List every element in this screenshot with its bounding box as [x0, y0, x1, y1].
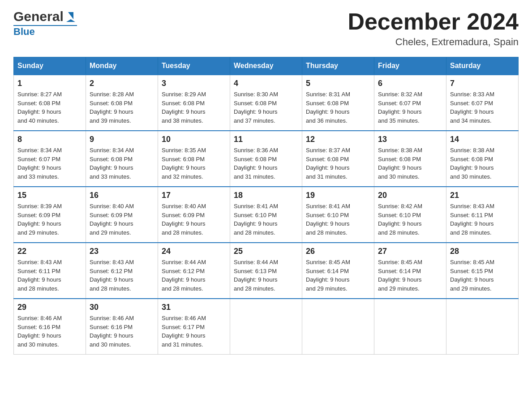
calendar-header-thursday: Thursday: [302, 57, 374, 75]
day-number: 30: [90, 303, 154, 312]
day-info: Sunrise: 8:41 AM Sunset: 6:10 PM Dayligh…: [306, 202, 370, 237]
calendar-cell: 2 Sunrise: 8:28 AM Sunset: 6:08 PM Dayli…: [86, 75, 158, 131]
day-number: 24: [162, 247, 226, 256]
logo-triangle-icon: [64, 10, 77, 23]
calendar-week-row: 29 Sunrise: 8:46 AM Sunset: 6:16 PM Dayl…: [14, 299, 519, 355]
day-number: 8: [17, 135, 82, 144]
day-number: 20: [378, 191, 442, 200]
day-info: Sunrise: 8:37 AM Sunset: 6:08 PM Dayligh…: [306, 146, 370, 181]
day-info: Sunrise: 8:39 AM Sunset: 6:09 PM Dayligh…: [17, 202, 82, 237]
day-info: Sunrise: 8:38 AM Sunset: 6:08 PM Dayligh…: [378, 146, 442, 181]
day-number: 13: [378, 135, 442, 144]
svg-marker-1: [68, 12, 73, 19]
calendar-cell: 3 Sunrise: 8:29 AM Sunset: 6:08 PM Dayli…: [158, 75, 230, 131]
calendar-cell: 20 Sunrise: 8:42 AM Sunset: 6:10 PM Dayl…: [374, 187, 446, 243]
calendar-cell: 23 Sunrise: 8:43 AM Sunset: 6:12 PM Dayl…: [86, 243, 158, 299]
day-number: 21: [450, 191, 515, 200]
calendar-cell: 17 Sunrise: 8:40 AM Sunset: 6:09 PM Dayl…: [158, 187, 230, 243]
day-info: Sunrise: 8:46 AM Sunset: 6:17 PM Dayligh…: [162, 314, 226, 349]
calendar-header-monday: Monday: [86, 57, 158, 75]
day-number: 15: [17, 191, 82, 200]
day-number: 2: [90, 79, 154, 88]
day-number: 3: [162, 79, 226, 88]
day-number: 17: [162, 191, 226, 200]
calendar-cell: 31 Sunrise: 8:46 AM Sunset: 6:17 PM Dayl…: [158, 299, 230, 355]
calendar-cell: 26 Sunrise: 8:45 AM Sunset: 6:14 PM Dayl…: [302, 243, 374, 299]
day-info: Sunrise: 8:27 AM Sunset: 6:08 PM Dayligh…: [17, 90, 82, 125]
calendar-cell: 27 Sunrise: 8:45 AM Sunset: 6:14 PM Dayl…: [374, 243, 446, 299]
calendar-cell: 21 Sunrise: 8:43 AM Sunset: 6:11 PM Dayl…: [446, 187, 519, 243]
day-info: Sunrise: 8:45 AM Sunset: 6:15 PM Dayligh…: [450, 258, 515, 293]
calendar-cell: 24 Sunrise: 8:44 AM Sunset: 6:12 PM Dayl…: [158, 243, 230, 299]
title-block: December 2024 Cheles, Extremadura, Spain: [348, 9, 519, 48]
calendar-header-row: SundayMondayTuesdayWednesdayThursdayFrid…: [14, 57, 519, 75]
day-number: 19: [306, 191, 370, 200]
calendar-cell: 9 Sunrise: 8:34 AM Sunset: 6:08 PM Dayli…: [86, 131, 158, 187]
calendar-week-row: 8 Sunrise: 8:34 AM Sunset: 6:07 PM Dayli…: [14, 131, 519, 187]
day-info: Sunrise: 8:30 AM Sunset: 6:08 PM Dayligh…: [234, 90, 298, 125]
day-number: 5: [306, 79, 370, 88]
day-info: Sunrise: 8:34 AM Sunset: 6:08 PM Dayligh…: [90, 146, 154, 181]
calendar-cell: 25 Sunrise: 8:44 AM Sunset: 6:13 PM Dayl…: [230, 243, 302, 299]
calendar-cell: 4 Sunrise: 8:30 AM Sunset: 6:08 PM Dayli…: [230, 75, 302, 131]
calendar-cell: 7 Sunrise: 8:33 AM Sunset: 6:07 PM Dayli…: [446, 75, 519, 131]
day-info: Sunrise: 8:40 AM Sunset: 6:09 PM Dayligh…: [90, 202, 154, 237]
day-info: Sunrise: 8:44 AM Sunset: 6:13 PM Dayligh…: [234, 258, 298, 293]
day-number: 23: [90, 247, 154, 256]
calendar-cell: [374, 299, 446, 355]
calendar-cell: 15 Sunrise: 8:39 AM Sunset: 6:09 PM Dayl…: [14, 187, 86, 243]
day-info: Sunrise: 8:34 AM Sunset: 6:07 PM Dayligh…: [17, 146, 82, 181]
day-number: 9: [90, 135, 154, 144]
calendar-cell: 8 Sunrise: 8:34 AM Sunset: 6:07 PM Dayli…: [14, 131, 86, 187]
day-info: Sunrise: 8:36 AM Sunset: 6:08 PM Dayligh…: [234, 146, 298, 181]
calendar-cell: [446, 299, 519, 355]
day-info: Sunrise: 8:46 AM Sunset: 6:16 PM Dayligh…: [90, 314, 154, 349]
calendar-cell: 5 Sunrise: 8:31 AM Sunset: 6:08 PM Dayli…: [302, 75, 374, 131]
day-info: Sunrise: 8:41 AM Sunset: 6:10 PM Dayligh…: [234, 202, 298, 237]
main-title: December 2024: [348, 9, 519, 34]
day-number: 16: [90, 191, 154, 200]
day-number: 29: [17, 303, 82, 312]
calendar-week-row: 22 Sunrise: 8:43 AM Sunset: 6:11 PM Dayl…: [14, 243, 519, 299]
calendar-cell: 16 Sunrise: 8:40 AM Sunset: 6:09 PM Dayl…: [86, 187, 158, 243]
day-info: Sunrise: 8:35 AM Sunset: 6:08 PM Dayligh…: [162, 146, 226, 181]
calendar-week-row: 1 Sunrise: 8:27 AM Sunset: 6:08 PM Dayli…: [14, 75, 519, 131]
day-info: Sunrise: 8:46 AM Sunset: 6:16 PM Dayligh…: [17, 314, 82, 349]
calendar-header-friday: Friday: [374, 57, 446, 75]
day-number: 12: [306, 135, 370, 144]
day-info: Sunrise: 8:45 AM Sunset: 6:14 PM Dayligh…: [306, 258, 370, 293]
subtitle: Cheles, Extremadura, Spain: [348, 36, 519, 48]
day-number: 7: [450, 79, 515, 88]
day-number: 4: [234, 79, 298, 88]
day-number: 11: [234, 135, 298, 144]
calendar-cell: 18 Sunrise: 8:41 AM Sunset: 6:10 PM Dayl…: [230, 187, 302, 243]
day-number: 14: [450, 135, 515, 144]
day-info: Sunrise: 8:32 AM Sunset: 6:07 PM Dayligh…: [378, 90, 442, 125]
calendar-header-wednesday: Wednesday: [230, 57, 302, 75]
calendar-cell: 1 Sunrise: 8:27 AM Sunset: 6:08 PM Dayli…: [14, 75, 86, 131]
calendar-header-tuesday: Tuesday: [158, 57, 230, 75]
calendar-cell: 11 Sunrise: 8:36 AM Sunset: 6:08 PM Dayl…: [230, 131, 302, 187]
day-info: Sunrise: 8:28 AM Sunset: 6:08 PM Dayligh…: [90, 90, 154, 125]
calendar-cell: 19 Sunrise: 8:41 AM Sunset: 6:10 PM Dayl…: [302, 187, 374, 243]
day-number: 26: [306, 247, 370, 256]
calendar-cell: 30 Sunrise: 8:46 AM Sunset: 6:16 PM Dayl…: [86, 299, 158, 355]
logo-blue-text: Blue: [13, 26, 35, 38]
logo-general-text: General: [13, 9, 64, 24]
day-number: 31: [162, 303, 226, 312]
calendar-cell: 22 Sunrise: 8:43 AM Sunset: 6:11 PM Dayl…: [14, 243, 86, 299]
day-info: Sunrise: 8:33 AM Sunset: 6:07 PM Dayligh…: [450, 90, 515, 125]
day-number: 28: [450, 247, 515, 256]
calendar-week-row: 15 Sunrise: 8:39 AM Sunset: 6:09 PM Dayl…: [14, 187, 519, 243]
day-number: 27: [378, 247, 442, 256]
day-number: 1: [17, 79, 82, 88]
calendar-cell: 10 Sunrise: 8:35 AM Sunset: 6:08 PM Dayl…: [158, 131, 230, 187]
calendar-cell: 28 Sunrise: 8:45 AM Sunset: 6:15 PM Dayl…: [446, 243, 519, 299]
day-number: 22: [17, 247, 82, 256]
day-number: 18: [234, 191, 298, 200]
day-info: Sunrise: 8:40 AM Sunset: 6:09 PM Dayligh…: [162, 202, 226, 237]
day-info: Sunrise: 8:43 AM Sunset: 6:11 PM Dayligh…: [17, 258, 82, 293]
svg-marker-2: [66, 19, 75, 22]
day-info: Sunrise: 8:42 AM Sunset: 6:10 PM Dayligh…: [378, 202, 442, 237]
day-info: Sunrise: 8:43 AM Sunset: 6:11 PM Dayligh…: [450, 202, 515, 237]
